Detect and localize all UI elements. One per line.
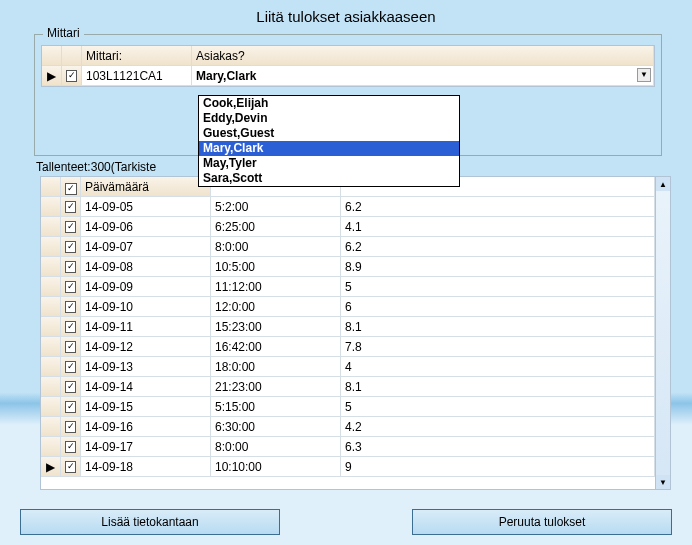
mittari-value: 103L1121CA1 bbox=[82, 66, 192, 86]
cell-time: 6:30:00 bbox=[211, 417, 341, 437]
row-check-cell[interactable]: ✓ bbox=[61, 317, 81, 337]
row-marker bbox=[41, 437, 61, 457]
row-check-cell[interactable]: ✓ bbox=[61, 337, 81, 357]
cell-time: 5:2:00 bbox=[211, 197, 341, 217]
row-checkbox[interactable]: ✓ bbox=[65, 281, 76, 293]
data-grid-wrapper: ✓Päivämäärä✓14-09-055:2:006.2✓14-09-066:… bbox=[40, 176, 672, 490]
row-marker bbox=[41, 257, 61, 277]
cell-value: 7.8 bbox=[341, 337, 655, 357]
asiakas-combobox[interactable] bbox=[196, 67, 649, 85]
row-marker bbox=[41, 277, 61, 297]
row-check-cell[interactable]: ✓ bbox=[61, 457, 81, 477]
row-checkbox[interactable]: ✓ bbox=[65, 261, 76, 273]
row-checkbox[interactable]: ✓ bbox=[65, 461, 76, 473]
dropdown-option[interactable]: Sara,Scott bbox=[199, 171, 459, 186]
table-row[interactable]: ✓14-09-178:0:006.3 bbox=[41, 437, 655, 457]
table-row[interactable]: ✓14-09-1115:23:008.1 bbox=[41, 317, 655, 337]
header-mittari: Mittari: bbox=[82, 46, 192, 66]
table-row[interactable]: ✓14-09-055:2:006.2 bbox=[41, 197, 655, 217]
cell-time: 18:0:00 bbox=[211, 357, 341, 377]
table-row[interactable]: ▶✓14-09-1810:10:009 bbox=[41, 457, 655, 477]
table-row[interactable]: ✓14-09-0911:12:005 bbox=[41, 277, 655, 297]
row-marker bbox=[41, 337, 61, 357]
vertical-scrollbar[interactable]: ▲ ▼ bbox=[655, 176, 671, 490]
scroll-down-icon[interactable]: ▼ bbox=[656, 475, 670, 489]
row-checkbox[interactable]: ✓ bbox=[65, 401, 76, 413]
cell-value: 8.1 bbox=[341, 317, 655, 337]
mittari-row-check-cell[interactable]: ✓ bbox=[62, 66, 82, 86]
dropdown-option[interactable]: Mary,Clark bbox=[199, 141, 459, 156]
row-checkbox[interactable]: ✓ bbox=[65, 221, 76, 233]
cell-value: 5 bbox=[341, 397, 655, 417]
row-checkbox[interactable]: ✓ bbox=[65, 321, 76, 333]
mittari-data-row[interactable]: ▶ ✓ 103L1121CA1 ▼ bbox=[42, 66, 654, 86]
table-row[interactable]: ✓14-09-155:15:005 bbox=[41, 397, 655, 417]
cell-value: 8.9 bbox=[341, 257, 655, 277]
cell-date: 14-09-18 bbox=[81, 457, 211, 477]
table-row[interactable]: ✓14-09-0810:5:008.9 bbox=[41, 257, 655, 277]
asiakas-combobox-cell[interactable]: ▼ bbox=[192, 66, 654, 86]
mittari-header-row: Mittari: Asiakas? bbox=[42, 46, 654, 66]
cell-date: 14-09-15 bbox=[81, 397, 211, 417]
row-check-cell[interactable]: ✓ bbox=[61, 397, 81, 417]
cell-time: 16:42:00 bbox=[211, 337, 341, 357]
row-marker bbox=[41, 297, 61, 317]
row-check-cell[interactable]: ✓ bbox=[61, 377, 81, 397]
cell-value: 6.3 bbox=[341, 437, 655, 457]
scroll-up-icon[interactable]: ▲ bbox=[656, 177, 670, 191]
cell-time: 10:5:00 bbox=[211, 257, 341, 277]
cell-date: 14-09-09 bbox=[81, 277, 211, 297]
tallenteet-label: Tallenteet:300(Tarkiste bbox=[36, 160, 156, 174]
row-checkbox[interactable]: ✓ bbox=[65, 381, 76, 393]
cell-value: 4.2 bbox=[341, 417, 655, 437]
dropdown-arrow-icon[interactable]: ▼ bbox=[637, 68, 651, 82]
row-check-cell[interactable]: ✓ bbox=[61, 297, 81, 317]
cell-date: 14-09-14 bbox=[81, 377, 211, 397]
table-row[interactable]: ✓14-09-1012:0:006 bbox=[41, 297, 655, 317]
dropdown-option[interactable]: Eddy,Devin bbox=[199, 111, 459, 126]
header-asiakas: Asiakas? bbox=[192, 46, 654, 66]
cell-date: 14-09-05 bbox=[81, 197, 211, 217]
row-marker bbox=[41, 417, 61, 437]
row-check-cell[interactable]: ✓ bbox=[61, 217, 81, 237]
table-row[interactable]: ✓14-09-1421:23:008.1 bbox=[41, 377, 655, 397]
cell-date: 14-09-11 bbox=[81, 317, 211, 337]
row-check-cell[interactable]: ✓ bbox=[61, 197, 81, 217]
row-checkbox[interactable]: ✓ bbox=[65, 421, 76, 433]
header-check-all[interactable]: ✓ bbox=[61, 177, 81, 197]
table-row[interactable]: ✓14-09-1216:42:007.8 bbox=[41, 337, 655, 357]
table-row[interactable]: ✓14-09-166:30:004.2 bbox=[41, 417, 655, 437]
row-check-cell[interactable]: ✓ bbox=[61, 417, 81, 437]
row-check-cell[interactable]: ✓ bbox=[61, 357, 81, 377]
cell-value: 6 bbox=[341, 297, 655, 317]
check-all-box[interactable]: ✓ bbox=[65, 183, 77, 195]
table-row[interactable]: ✓14-09-078:0:006.2 bbox=[41, 237, 655, 257]
cell-time: 6:25:00 bbox=[211, 217, 341, 237]
row-marker bbox=[41, 217, 61, 237]
cell-time: 5:15:00 bbox=[211, 397, 341, 417]
row-checkbox[interactable]: ✓ bbox=[65, 341, 76, 353]
row-checkbox[interactable]: ✓ bbox=[65, 201, 76, 213]
table-row[interactable]: ✓14-09-1318:0:004 bbox=[41, 357, 655, 377]
row-marker bbox=[41, 237, 61, 257]
dropdown-option[interactable]: Guest,Guest bbox=[199, 126, 459, 141]
row-checkbox[interactable]: ✓ bbox=[65, 441, 76, 453]
dropdown-option[interactable]: May,Tyler bbox=[199, 156, 459, 171]
add-to-database-button[interactable]: Lisää tietokantaan bbox=[20, 509, 280, 535]
row-checkbox[interactable]: ✓ bbox=[65, 241, 76, 253]
mittari-checkbox[interactable]: ✓ bbox=[66, 70, 77, 82]
dialog-title: Liitä tulokset asiakkaaseen bbox=[0, 0, 692, 31]
dropdown-option[interactable]: Cook,Elijah bbox=[199, 96, 459, 111]
row-checkbox[interactable]: ✓ bbox=[65, 361, 76, 373]
cell-time: 8:0:00 bbox=[211, 437, 341, 457]
cell-date: 14-09-07 bbox=[81, 237, 211, 257]
row-check-cell[interactable]: ✓ bbox=[61, 237, 81, 257]
table-row[interactable]: ✓14-09-066:25:004.1 bbox=[41, 217, 655, 237]
row-check-cell[interactable]: ✓ bbox=[61, 257, 81, 277]
row-check-cell[interactable]: ✓ bbox=[61, 437, 81, 457]
row-check-cell[interactable]: ✓ bbox=[61, 277, 81, 297]
cell-date: 14-09-10 bbox=[81, 297, 211, 317]
cancel-results-button[interactable]: Peruuta tulokset bbox=[412, 509, 672, 535]
row-checkbox[interactable]: ✓ bbox=[65, 301, 76, 313]
asiakas-dropdown-list[interactable]: Cook,ElijahEddy,DevinGuest,GuestMary,Cla… bbox=[198, 95, 460, 187]
